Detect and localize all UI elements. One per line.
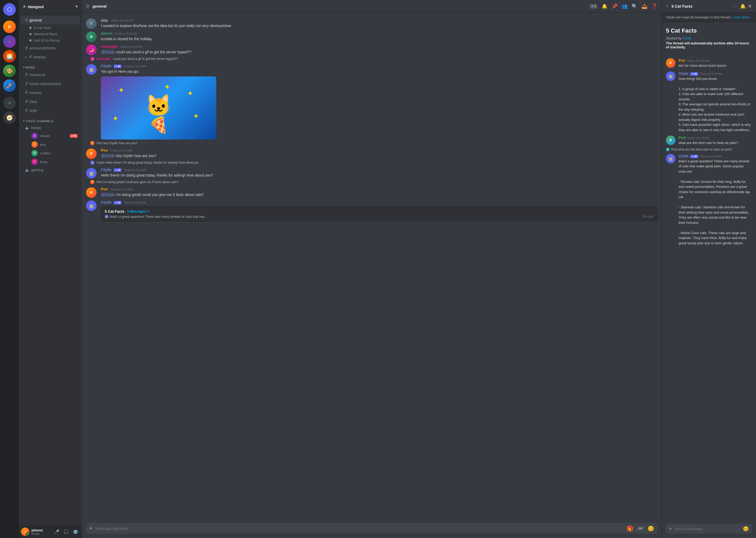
thread-msg-author-pod[interactable]: Pod [679, 135, 685, 140]
message-author-pen-2[interactable]: Pen [101, 187, 108, 191]
search-icon[interactable]: 🔍 [632, 3, 638, 9]
voice-user-muffins[interactable]: M muffins [21, 149, 80, 157]
thread-msg-author-clyde-2[interactable]: Clyde [679, 154, 688, 158]
server-icon-1[interactable]: H [3, 21, 16, 33]
server-sidebar: ⬡ H 🎮 🌅 🎨 🚀 + 🧭 [0, 0, 19, 538]
message-time-5: Today at 9:18 AM [110, 149, 132, 152]
thread-close-icon[interactable]: ✕ [748, 3, 752, 9]
voice-user-avatar-fiona: F [31, 159, 38, 165]
inbox-icon[interactable]: 📥 [641, 3, 647, 9]
add-server-button[interactable]: + [3, 97, 16, 109]
thread-msg-header-2: Clyde ✓ AI Today at 9:18 AM [679, 72, 752, 76]
thread-avatar-clyde-1: 🤖 [666, 72, 676, 81]
channel-item-meetup[interactable]: ▸ # meetup [21, 53, 80, 61]
server-header[interactable]: Hangout ▾ [19, 0, 82, 13]
thread-messages-link[interactable]: 3 Messages > [127, 209, 149, 213]
deafen-button[interactable]: 🎧 [62, 527, 71, 536]
message-content-3: moongirl Today at 9:18 AM @Clyde could y… [101, 44, 657, 55]
channel-item-general[interactable]: # general [21, 16, 80, 25]
thread-preview-icon: 🤖 [105, 215, 109, 218]
message-text-2: iconlab is closed for the holiday [101, 36, 657, 42]
sparkle-4: ✦ [193, 112, 199, 121]
thread-msg-4: 🤖 Clyde ✓ AI Today at 9:18 AM that's a g… [662, 152, 756, 247]
channel-name-style: style [29, 108, 37, 113]
channel-item-memes[interactable]: # memes [21, 88, 80, 97]
thread-name-lastofus: Last of Us Recap [34, 38, 60, 42]
voice-channel-gaming[interactable]: 🔈 gaming [21, 166, 80, 174]
hash-icon: # [25, 17, 28, 23]
message-header-7: Pen Today at 9:18 AM [101, 187, 657, 191]
discord-home-icon[interactable]: ⬡ [3, 3, 16, 16]
voice-section-header[interactable]: ▾ VOICE CHANNELS [19, 115, 82, 124]
thread-emoji-button[interactable]: 😊 [743, 524, 749, 534]
channel-item-home-improvement[interactable]: # home-improvement [21, 79, 80, 88]
thread-count: 3 [594, 4, 596, 8]
voice-user-name-jesu: jesu [40, 143, 46, 146]
thread-msg-time-3: Today at 9:18 AM [687, 136, 709, 139]
channel-item-movies-tv[interactable]: # movies-tv [21, 71, 80, 79]
more-section-label: MORE [26, 66, 35, 69]
thread-item-weekendplans[interactable]: Weekend Plans [21, 31, 80, 37]
channel-name-food: food [29, 100, 36, 104]
gift-icon[interactable]: 🎁 [627, 523, 634, 534]
channel-name-movies-tv: movies-tv [29, 73, 45, 77]
thread-item-lastofus[interactable]: Last of Us Recap [21, 37, 80, 43]
thread-message-input[interactable] [675, 524, 740, 534]
avatar-clyde-1: 🤖 [86, 64, 97, 75]
thread-msg-author-clyde-1[interactable]: Clyde [679, 72, 688, 76]
channel-item-style[interactable]: # style [21, 106, 80, 115]
thread-add-button[interactable]: + [669, 524, 672, 534]
voice-channel-hangs[interactable]: 🔈 hangs [21, 124, 80, 131]
sparkle-2: ✦ [187, 89, 193, 98]
thread-preview: 5 Cat Facts 3 Messages > 🤖 that's a grea… [101, 206, 657, 221]
server-name: Hangout [28, 4, 44, 9]
message-author-moongirl[interactable]: moongirl [101, 44, 118, 49]
voice-user-shawn[interactable]: S shawn LIVE [21, 132, 80, 140]
thread-more-icon[interactable]: ⋯ [733, 3, 738, 9]
voice-user-fiona[interactable]: F fiona [21, 158, 80, 166]
mute-button[interactable]: 🎤 [53, 527, 61, 536]
server-icon-5[interactable]: 🚀 [3, 79, 16, 92]
more-section-header[interactable]: ▾ MORE [19, 62, 82, 70]
thread-notification-icon[interactable]: 🔔 [740, 3, 746, 9]
gif-button[interactable]: GIF [637, 526, 644, 531]
quoted-message-moongirl: 🌙 moongirl could you send a gif to get t… [86, 57, 657, 62]
pin-icon[interactable]: 📌 [612, 3, 617, 9]
members-icon[interactable]: 👥 [622, 3, 627, 9]
message-input[interactable] [96, 523, 624, 534]
help-icon[interactable]: ❓ [651, 3, 657, 9]
message-author-clyde-2[interactable]: Clyde [101, 167, 112, 172]
message-author-clyde-1[interactable]: Clyde [101, 64, 112, 68]
settings-button[interactable]: ⚙️ [71, 527, 80, 536]
explore-servers-button[interactable]: 🧭 [3, 111, 16, 124]
thread-quoted-avatar-pod: P [666, 148, 670, 151]
channel-item-food[interactable]: # food [21, 97, 80, 106]
message-author-yep[interactable]: yep. [101, 18, 109, 22]
thread-quoted-text-pod: Pod what are the best cats to have as pe… [671, 148, 732, 151]
message-author-clyde-3[interactable]: Clyde [101, 200, 112, 204]
thread-archive-text: The thread will automatically archive af… [666, 41, 734, 45]
message-group-3: 🌙 moongirl Today at 9:18 AM @Clyde could… [82, 43, 661, 56]
message-header-6: Clyde ✓ AI Today at 9:18 AM [101, 167, 657, 172]
message-author-danno[interactable]: danno [101, 31, 113, 35]
thread-banner-link[interactable]: Learn More [732, 15, 749, 19]
server-status-dot [23, 5, 26, 8]
user-avatar[interactable]: J [21, 527, 29, 536]
channel-item-announcements[interactable]: # announcements [21, 44, 80, 52]
thread-msg-author-pen[interactable]: Pen [679, 58, 685, 63]
message-time-4: Today at 9:18 AM [124, 65, 146, 68]
server-icon-3[interactable]: 🌅 [3, 50, 16, 63]
quoted-message-pen-1: P Pen hey Clyde! how are you? [86, 141, 657, 146]
server-icon-2[interactable]: 🎮 [3, 35, 16, 48]
message-text-3: @Clyde could you send a gif to get the s… [101, 50, 657, 55]
quoted-avatar-pen-1: P [90, 141, 95, 145]
emoji-button[interactable]: 😊 [647, 523, 654, 534]
thread-item-5catfacts[interactable]: 5 Cat Facts [21, 25, 80, 31]
add-attachment-button[interactable]: + [89, 523, 92, 534]
notification-bell-icon[interactable]: 🔔 [602, 3, 607, 9]
message-author-pen-1[interactable]: Pen [101, 148, 108, 152]
thread-count-badge[interactable]: # 3 [590, 4, 597, 9]
sparkle-3: ✦ [112, 114, 118, 123]
voice-user-jesu[interactable]: J jesu [21, 140, 80, 149]
server-icon-4[interactable]: 🎨 [3, 65, 16, 77]
